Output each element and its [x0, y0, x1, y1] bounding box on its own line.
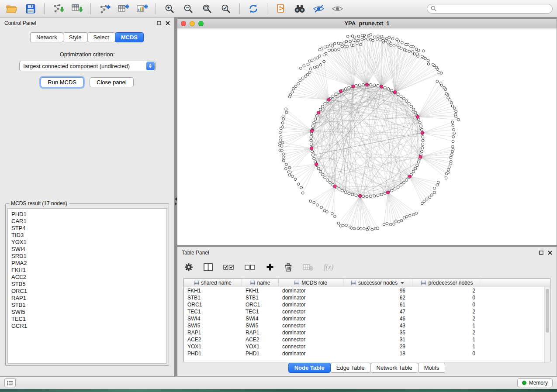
network-node[interactable]	[357, 227, 360, 230]
network-node[interactable]	[311, 59, 313, 62]
network-node[interactable]	[334, 49, 337, 52]
export-table-button[interactable]	[116, 2, 131, 15]
network-node[interactable]	[316, 65, 319, 68]
tab-select[interactable]: Select	[87, 32, 115, 42]
network-window-titlebar[interactable]: YPA_prune.txt_1	[177, 19, 557, 28]
table-row[interactable]: TEC1TEC1connector472	[184, 308, 544, 315]
network-node[interactable]	[396, 38, 398, 41]
network-node[interactable]	[414, 167, 417, 170]
float-panel-icon[interactable]	[539, 251, 543, 255]
network-node[interactable]	[450, 153, 453, 156]
network-node[interactable]	[318, 55, 321, 57]
network-node[interactable]	[437, 181, 439, 184]
network-node[interactable]	[410, 45, 412, 48]
network-node[interactable]	[279, 131, 282, 134]
network-search-field[interactable]	[427, 4, 553, 14]
network-node[interactable]	[361, 34, 364, 37]
network-node[interactable]	[337, 222, 340, 224]
network-node[interactable]	[353, 227, 356, 230]
column-header[interactable]: MCDS role	[279, 279, 343, 287]
zoom-fit-button[interactable]	[200, 2, 214, 15]
network-node[interactable]	[391, 38, 394, 40]
network-node[interactable]	[388, 41, 391, 43]
network-node[interactable]	[282, 115, 284, 117]
network-node[interactable]	[453, 128, 455, 131]
network-node[interactable]	[405, 100, 408, 102]
network-node[interactable]	[416, 53, 419, 55]
mcds-result-list[interactable]: PHD1CAR1STP4TID3YOX1SWI4SRD1PMA2FKH1ACE2…	[7, 208, 167, 364]
network-node[interactable]	[313, 121, 315, 124]
dominator-node[interactable]	[359, 194, 362, 197]
dominator-node[interactable]	[317, 111, 320, 114]
network-node[interactable]	[319, 64, 322, 66]
panel-resize-handle[interactable]	[174, 196, 177, 207]
deselect-all-button[interactable]	[245, 263, 256, 271]
network-node[interactable]	[351, 35, 354, 38]
dominator-node[interactable]	[315, 163, 318, 166]
network-node[interactable]	[323, 54, 325, 56]
network-node[interactable]	[445, 93, 448, 95]
import-network-button[interactable]	[51, 2, 66, 15]
network-node[interactable]	[369, 38, 372, 41]
network-node[interactable]	[398, 220, 400, 223]
export-image-button[interactable]	[135, 2, 149, 15]
mcds-result-item[interactable]: PMA2	[9, 260, 166, 267]
table-row[interactable]: YOX1YOX1connector291	[184, 343, 544, 350]
mcds-result-item[interactable]: SWI5	[9, 309, 166, 316]
network-node[interactable]	[311, 154, 314, 156]
network-node[interactable]	[294, 85, 297, 88]
network-node[interactable]	[300, 186, 303, 189]
network-node[interactable]	[313, 66, 316, 69]
dominator-node[interactable]	[339, 89, 342, 93]
dominator-node[interactable]	[386, 191, 389, 194]
dominator-node[interactable]	[333, 185, 336, 188]
tab-style[interactable]: Style	[63, 32, 88, 42]
mcds-result-item[interactable]: STB5	[9, 281, 166, 288]
network-node[interactable]	[280, 136, 282, 138]
network-node[interactable]	[334, 215, 336, 218]
network-node[interactable]	[436, 80, 439, 83]
network-node[interactable]	[397, 93, 399, 96]
mcds-result-item[interactable]: ACE2	[9, 274, 166, 281]
network-node[interactable]	[317, 167, 320, 170]
table-row[interactable]: SWI5SWI5connector431	[184, 322, 544, 329]
network-node[interactable]	[281, 141, 284, 144]
network-node[interactable]	[304, 75, 307, 78]
network-node[interactable]	[451, 121, 454, 124]
network-node[interactable]	[303, 65, 305, 67]
network-node[interactable]	[424, 57, 427, 60]
network-node[interactable]	[450, 160, 452, 163]
network-node[interactable]	[291, 91, 294, 93]
import-table-button[interactable]	[69, 2, 84, 15]
network-node[interactable]	[315, 114, 318, 117]
network-node[interactable]	[452, 124, 454, 127]
network-node[interactable]	[412, 108, 415, 111]
close-panel-icon[interactable]	[166, 21, 170, 25]
network-node[interactable]	[345, 40, 348, 43]
network-node[interactable]	[355, 194, 357, 196]
network-node[interactable]	[311, 125, 314, 127]
network-node[interactable]	[367, 38, 369, 40]
network-node[interactable]	[329, 44, 332, 46]
network-node[interactable]	[288, 174, 291, 176]
network-node[interactable]	[450, 101, 453, 104]
network-node[interactable]	[376, 38, 378, 41]
network-node[interactable]	[326, 179, 329, 181]
network-node[interactable]	[308, 71, 311, 74]
network-node[interactable]	[402, 181, 405, 184]
network-node[interactable]	[308, 60, 311, 62]
network-node[interactable]	[432, 63, 434, 66]
dominator-node[interactable]	[393, 91, 396, 94]
network-node[interactable]	[377, 35, 379, 38]
zoom-selected-button[interactable]	[218, 2, 233, 15]
network-node[interactable]	[337, 42, 340, 45]
network-node[interactable]	[405, 179, 408, 181]
network-node[interactable]	[323, 210, 326, 212]
network-node[interactable]	[367, 227, 370, 229]
network-node[interactable]	[307, 63, 309, 65]
network-node[interactable]	[401, 41, 403, 44]
network-node[interactable]	[382, 40, 384, 42]
network-node[interactable]	[341, 189, 343, 192]
network-node[interactable]	[420, 150, 423, 153]
network-node[interactable]	[310, 136, 312, 138]
